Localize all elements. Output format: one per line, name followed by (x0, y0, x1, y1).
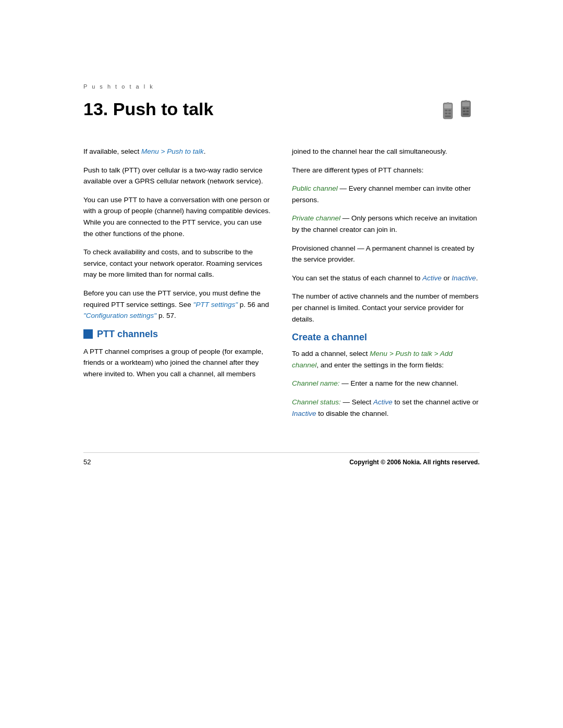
copyright-text: Copyright © 2006 Nokia. All rights reser… (349, 459, 480, 466)
channel-status-prefix: — Select (341, 398, 373, 406)
walkie-talkie-icon (438, 99, 480, 130)
config-settings-link: "Configuration settings" (83, 312, 156, 319)
status-mid: or (442, 274, 452, 282)
create-para-end: , and enter the settings in the form fie… (316, 361, 444, 369)
svg-rect-4 (445, 113, 448, 114)
para-ptt-channel-comprises: A PTT channel comprises a group of peopl… (83, 346, 271, 380)
para-number-active-channels: The number of active channels and the nu… (292, 291, 480, 325)
channel-status-active: Active (373, 398, 393, 406)
before-ptt-mid: p. 56 and (238, 301, 269, 309)
para-private-channel: Private channel — Only persons which rec… (292, 213, 480, 235)
svg-rect-1 (444, 104, 451, 108)
para-public-channel: Public channel — Every channel member ca… (292, 183, 480, 205)
channel-status-mid: to set the channel active or (393, 398, 479, 406)
para-status: You can set the status of each channel t… (292, 273, 480, 284)
page-footer: 52 Copyright © 2006 Nokia. All rights re… (83, 452, 480, 466)
private-channel-label: Private channel (292, 214, 340, 222)
para-check-availability: To check availability and costs, and to … (83, 246, 271, 280)
svg-rect-9 (462, 102, 469, 106)
svg-rect-12 (463, 110, 466, 112)
chapter-title: 13. Push to talk (83, 99, 213, 119)
svg-rect-14 (463, 114, 469, 115)
channel-name-label: Channel name: (292, 379, 340, 387)
right-column: joined to the channel hear the call simu… (292, 146, 480, 426)
status-prefix: You can set the status of each channel t… (292, 274, 422, 282)
chapter-label: P u s h t o t a l k (83, 83, 480, 90)
before-ptt-end: p. 57. (156, 312, 176, 319)
channel-name-text: — Enter a name for the new channel. (340, 379, 458, 387)
svg-rect-5 (448, 113, 451, 114)
svg-rect-11 (466, 107, 469, 109)
svg-rect-2 (445, 109, 448, 111)
ptt-channels-heading-row: PTT channels (83, 329, 271, 340)
para-different-types: There are different types of PTT channel… (292, 165, 480, 176)
page: P u s h t o t a l k 13. Push to talk (83, 0, 480, 518)
status-active: Active (422, 274, 442, 282)
public-channel-label: Public channel (292, 184, 338, 192)
ptt-heading-box (83, 329, 93, 339)
page-number: 52 (83, 458, 91, 466)
para-provisioned-channel: Provisioned channel — A permanent channe… (292, 243, 480, 265)
svg-rect-13 (466, 110, 469, 112)
status-end: . (476, 274, 478, 282)
create-para-prefix: To add a channel, select (292, 350, 370, 357)
svg-rect-6 (445, 116, 451, 117)
create-channel-heading: Create a channel (292, 332, 480, 343)
para-before-ptt: Before you can use the PTT service, you … (83, 288, 271, 322)
para-ptt-over-cellular: Push to talk (PTT) over cellular is a tw… (83, 165, 271, 187)
para-create-channel: To add a channel, select Menu > Push to … (292, 348, 480, 371)
channel-status-label: Channel status: (292, 398, 341, 406)
status-inactive: Inactive (451, 274, 476, 282)
para-you-can-use-ptt: You can use PTT to have a conversation w… (83, 194, 271, 239)
para-channel-name: Channel name: — Enter a name for the new… (292, 378, 480, 389)
svg-rect-15 (464, 100, 467, 101)
para-if-available: If available, select Menu > Push to talk… (83, 146, 271, 157)
ptt-settings-link: "PTT settings" (193, 301, 238, 309)
svg-rect-7 (447, 102, 449, 103)
channel-status-inactive: Inactive (292, 410, 316, 417)
ptt-channels-heading: PTT channels (97, 329, 158, 340)
two-column-layout: If available, select Menu > Push to talk… (83, 146, 480, 426)
para-channel-status: Channel status: — Select Active to set t… (292, 397, 480, 419)
menu-push-to-talk-link: Menu > Push to talk (141, 147, 204, 155)
para-if-available-prefix: If available, select (83, 147, 141, 155)
chapter-title-row: 13. Push to talk (83, 99, 480, 130)
para-joined-channel: joined to the channel hear the call simu… (292, 146, 480, 157)
left-column: If available, select Menu > Push to talk… (83, 146, 271, 426)
svg-rect-3 (448, 109, 451, 111)
channel-status-end: to disable the channel. (316, 410, 389, 417)
svg-rect-10 (463, 107, 466, 109)
